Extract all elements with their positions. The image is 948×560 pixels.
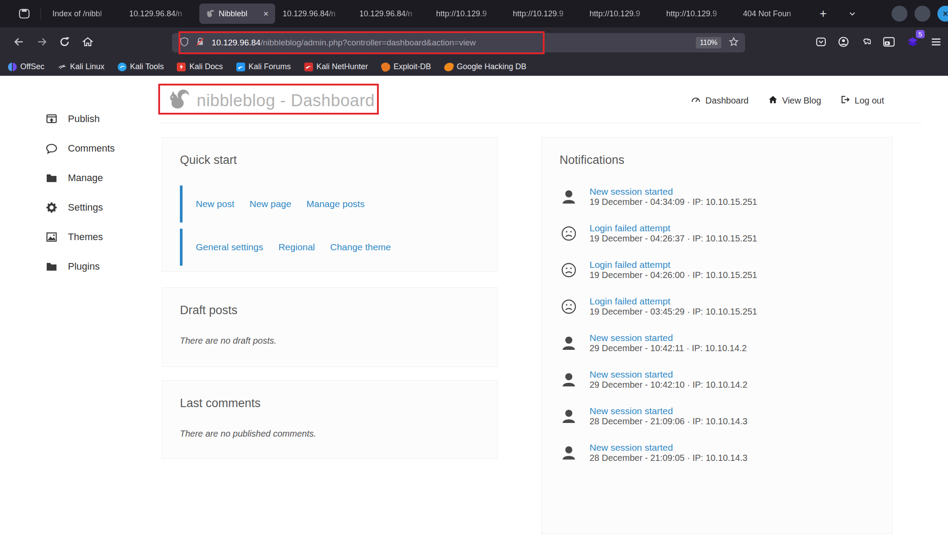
pocket-icon[interactable] [815,36,827,49]
url-bar[interactable]: 10.129.96.84/nibbleblog/admin.php?contro… [172,33,745,52]
bookmark-kali-tools[interactable]: Kali Tools [118,62,164,71]
notification-item: New session started 28 December - 21:09:… [560,406,874,426]
insecure-lock-icon[interactable] [195,37,205,49]
publish-icon [45,113,58,125]
notification-link[interactable]: Login failed attempt [590,296,757,307]
notification-meta: 28 December - 21:09:06 · IP: 10.10.14.3 [590,416,747,426]
notification-link[interactable]: Login failed attempt [590,223,757,234]
sidebar-item-plugins[interactable]: Plugins [45,252,115,281]
back-icon[interactable] [13,36,25,49]
link-new-page[interactable]: New page [250,199,291,209]
quick-start-row-settings: General settings Regional Change theme [180,229,480,266]
extensions-puzzle-icon[interactable] [860,36,872,49]
nibbleblog-favicon-icon [206,9,215,18]
notification-item: New session started 28 December - 21:09:… [560,442,874,463]
tab-10-129-96-84-1[interactable]: 10.129.96.84/n [123,4,198,24]
sidebar-item-publish[interactable]: Publish [45,104,115,134]
notification-item: Login failed attempt 19 December - 04:26… [560,223,874,244]
bookmark-kali-forums[interactable]: Kali Forums [236,62,291,71]
firefox-view-icon[interactable] [17,6,32,21]
window-minimize-button[interactable] [892,6,907,22]
nav-view-blog[interactable]: View Blog [768,94,821,107]
link-general-settings[interactable]: General settings [196,242,263,252]
link-new-post[interactable]: New post [196,199,235,209]
notification-meta: 19 December - 04:26:37 · IP: 10.10.15.25… [590,234,757,243]
tab-http-3[interactable]: http://10.129.9 [583,4,659,24]
new-tab-button[interactable]: + [814,5,832,22]
header-divider [161,122,922,123]
notification-item: Login failed attempt 19 December - 04:26… [560,260,874,280]
notifications-title: Notifications [560,153,874,167]
window-close-button[interactable]: × [937,6,948,22]
admin-sidebar: Publish Comments Manage [45,104,115,281]
link-regional[interactable]: Regional [278,242,315,252]
draft-posts-empty-text: There are no draft posts. [180,336,480,346]
tab-10-129-96-84-2[interactable]: 10.129.96.84/n [276,4,352,24]
comments-bubble-icon [45,142,58,155]
tracking-protection-shield-icon[interactable] [179,37,190,49]
nibbleblog-squirrel-logo-icon [168,88,190,113]
link-change-theme[interactable]: Change theme [330,242,391,252]
admin-top-nav: Dashboard View Blog Log out [690,94,884,107]
bookmark-kali-docs[interactable]: Kali Docs [177,62,223,71]
kali-forums-icon [236,63,245,71]
notification-link[interactable]: New session started [590,442,747,453]
bookmark-exploit-db[interactable]: Exploit-DB [381,62,431,71]
nav-dashboard[interactable]: Dashboard [690,94,749,107]
notification-meta: 19 December - 03:45:29 · IP: 10.10.15.25… [590,307,757,316]
sidebar-item-comments[interactable]: Comments [45,134,115,163]
tab-404-not-found[interactable]: 404 Not Foun [736,4,812,24]
google-hacking-db-icon [443,61,454,72]
manage-folder-icon [45,172,58,184]
login-failed-frown-icon [560,262,578,278]
session-person-icon [560,373,578,387]
reload-icon[interactable] [59,36,71,49]
tab-overflow-chevron-icon[interactable] [843,5,861,22]
tab-http-2[interactable]: http://10.129.9 [506,4,582,24]
link-manage-posts[interactable]: Manage posts [306,199,365,209]
session-person-icon [560,409,578,423]
tab-close-icon[interactable]: × [263,9,269,18]
notification-link[interactable]: Login failed attempt [590,260,757,270]
account-icon[interactable] [838,36,849,49]
quick-start-title: Quick start [180,153,480,167]
logout-icon [840,95,850,107]
tab-index-of-nibbl[interactable]: Index of /nibbl [46,4,122,24]
bookmark-kali-linux[interactable]: Kali Linux [58,62,105,71]
sidebar-item-themes[interactable]: Themes [45,222,115,252]
notification-meta: 19 December - 04:26:00 · IP: 10.10.15.25… [590,270,757,280]
nav-log-out[interactable]: Log out [840,94,884,107]
sidebar-panel-icon[interactable] [883,36,895,49]
bookmark-kali-nethunter[interactable]: Kali NetHunter [304,62,368,71]
tab-http-1[interactable]: http://10.129.9 [429,4,505,24]
sidebar-item-settings[interactable]: Settings [45,193,115,222]
notification-link[interactable]: New session started [590,369,747,380]
notification-item: New session started 19 December - 04:34:… [560,186,874,207]
tab-10-129-96-84-3[interactable]: 10.129.96.84/n [353,4,429,24]
hamburger-menu-icon[interactable] [930,36,942,49]
dashboard-gauge-icon [690,94,701,107]
stacked-layers-extension-icon[interactable]: 5 [906,35,919,50]
login-failed-frown-icon [560,299,578,315]
last-comments-empty-text: There are no published comments. [180,429,480,439]
notification-link[interactable]: New session started [590,406,747,416]
page-content: nibbleblog - Dashboard Dashboard View Bl… [0,76,948,560]
window-maximize-button[interactable] [914,6,930,22]
home-icon[interactable] [82,36,93,49]
tab-nibbleblog-active[interactable]: Nibblebl × [199,4,275,24]
bookmark-google-hacking-db[interactable]: Google Hacking DB [444,62,526,71]
notification-meta: 29 December - 10:42:11 · IP: 10.10.14.2 [590,343,747,353]
tab-http-4[interactable]: http://10.129.9 [660,4,735,24]
bookmark-offsec[interactable]: OffSec [8,62,45,71]
kali-docs-icon [177,63,186,71]
sidebar-item-manage[interactable]: Manage [45,163,115,193]
draft-posts-card: Draft posts There are no draft posts. [162,287,498,367]
bookmark-star-icon[interactable] [728,37,739,49]
notification-link[interactable]: New session started [590,186,757,197]
zoom-level-badge[interactable]: 110% [696,37,721,48]
url-text: 10.129.96.84/nibbleblog/admin.php?contro… [212,38,696,48]
browser-tab-bar: Index of /nibbl 10.129.96.84/n Nibblebl … [0,0,948,27]
notification-link[interactable]: New session started [590,333,747,343]
forward-icon[interactable] [36,36,48,49]
exploit-db-icon [380,61,391,72]
